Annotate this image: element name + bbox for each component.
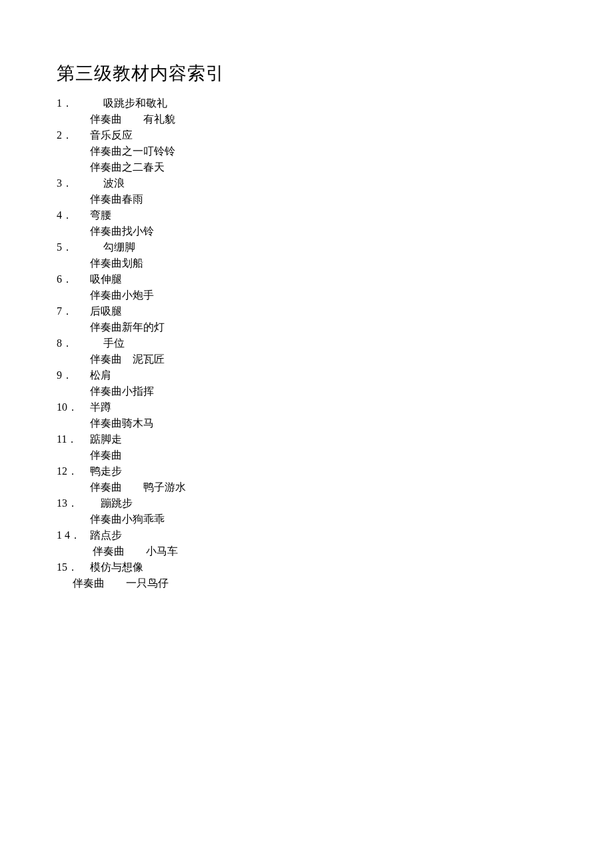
item-subtitle: 伴奏曲 鸭子游水 [57,479,556,495]
item-subtitle: 伴奏曲 泥瓦匠 [57,351,556,367]
item-number: 9． [57,367,90,383]
page-title: 第三级教材内容索引 [57,60,556,87]
item-subtitle: 伴奏曲骑木马 [57,415,556,431]
item-subtitle: 伴奏曲春雨 [57,191,556,207]
item-number: 1 4． [57,527,90,543]
index-item: 1． 吸跳步和敬礼 [57,95,556,111]
item-number: 2． [57,127,90,143]
index-item: 13． 蹦跳步 [57,495,556,511]
item-title: 勾绷脚 [90,239,135,255]
item-subtitle: 伴奏曲小狗乖乖 [57,511,556,527]
item-subtitle: 伴奏曲 [57,447,556,463]
item-title: 半蹲 [90,399,111,415]
item-number: 13． [57,495,90,511]
item-subtitle: 伴奏曲之二春天 [57,159,556,175]
index-item: 8． 手位 [57,335,556,351]
index-item: 7．后吸腿 [57,303,556,319]
item-subtitle: 伴奏曲小指挥 [57,383,556,399]
index-item: 5． 勾绷脚 [57,239,556,255]
item-title: 波浪 [90,175,125,191]
index-list: 1． 吸跳步和敬礼伴奏曲 有礼貌2．音乐反应伴奏曲之一叮铃铃伴奏曲之二春天3． … [57,95,556,591]
index-item: 15．模仿与想像 [57,559,556,575]
item-title: 踮脚走 [90,431,122,447]
index-item: 11．踮脚走 [57,431,556,447]
index-item: 2．音乐反应 [57,127,556,143]
index-item: 10．半蹲 [57,399,556,415]
item-title: 蹦跳步 [90,495,133,511]
item-number: 11． [57,431,90,447]
index-item: 3． 波浪 [57,175,556,191]
item-subtitle: 伴奏曲找小铃 [57,223,556,239]
item-number: 4． [57,207,90,223]
item-number: 12． [57,463,90,479]
item-subtitle: 伴奏曲小炮手 [57,287,556,303]
item-title: 手位 [90,335,125,351]
item-title: 吸伸腿 [90,271,122,287]
item-number: 1． [57,95,90,111]
item-number: 15． [57,559,90,575]
item-number: 3． [57,175,90,191]
index-item: 9．松肩 [57,367,556,383]
item-title: 模仿与想像 [90,559,143,575]
index-item: 12．鸭走步 [57,463,556,479]
item-subtitle: 伴奏曲新年的灯 [57,319,556,335]
item-title: 音乐反应 [90,127,133,143]
item-title: 踏点步 [90,527,122,543]
item-number: 5． [57,239,90,255]
index-item: 6．吸伸腿 [57,271,556,287]
index-item: 4．弯腰 [57,207,556,223]
item-number: 10． [57,399,90,415]
item-number: 8． [57,335,90,351]
index-item: 1 4．踏点步 [57,527,556,543]
item-subtitle: 伴奏曲 一只鸟仔 [57,575,556,591]
item-title: 后吸腿 [90,303,122,319]
item-title: 吸跳步和敬礼 [90,95,167,111]
item-subtitle: 伴奏曲 小马车 [57,543,556,559]
item-subtitle: 伴奏曲划船 [57,255,556,271]
item-subtitle: 伴奏曲 有礼貌 [57,111,556,127]
item-title: 弯腰 [90,207,111,223]
item-title: 鸭走步 [90,463,122,479]
item-number: 7． [57,303,90,319]
item-number: 6． [57,271,90,287]
item-subtitle: 伴奏曲之一叮铃铃 [57,143,556,159]
item-title: 松肩 [90,367,111,383]
